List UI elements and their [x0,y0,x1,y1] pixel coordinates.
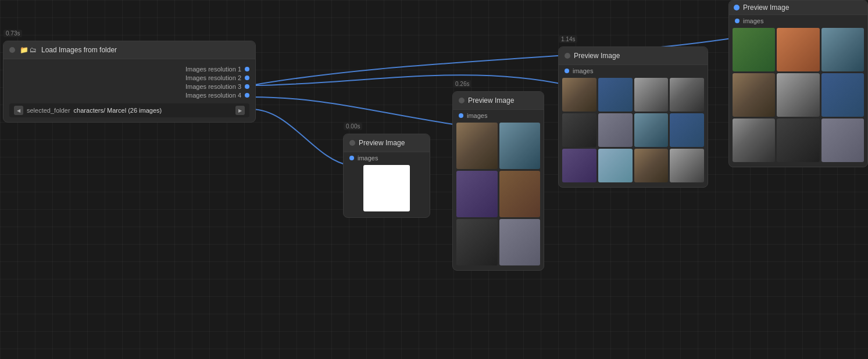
top-img-6 [821,73,864,117]
load-images-header: 📁 🗂 Load Images from folder [3,41,255,59]
port-label-3: Images resolution 3 [185,83,241,90]
folder-path-label: selected_folder [27,107,70,114]
main-img-6 [598,113,633,147]
folder-prev-button[interactable] [14,106,23,115]
preview-main-dot [565,53,570,59]
folder-next-button[interactable] [235,106,245,115]
preview-blank-dot [349,140,355,146]
preview-medium-badge: 0.26s [453,80,471,88]
preview-medium-images-label: images [467,112,487,119]
preview-top-images-row: images [729,15,867,28]
port-label-4: Images resolution 4 [185,92,241,99]
port-dot-1[interactable] [245,67,249,71]
preview-medium-title: Preview Image [468,96,514,105]
preview-medium-images-port[interactable] [459,113,463,118]
load-images-node: 0.73s 📁 🗂 Load Images from folder Images… [3,41,256,123]
port-images-res-3[interactable]: Images resolution 3 [9,83,249,90]
preview-top-grid [729,28,867,167]
load-images-body: Images resolution 1 Images resolution 2 … [3,59,255,122]
preview-blank-badge: 0.00s [344,123,362,130]
folder-icon-2: 🗂 [30,46,37,54]
preview-blank-content [344,165,430,217]
preview-top-images-label: images [743,17,763,24]
top-img-2 [777,28,819,71]
preview-top-dot [734,5,740,10]
top-img-7 [733,119,775,162]
load-images-status-dot [9,47,15,53]
preview-medium-header: Preview Image [453,92,544,110]
preview-medium-images-row: images [453,110,544,123]
preview-top-node: 0.44s Preview Image images [728,0,868,167]
preview-medium-img-6 [499,219,541,265]
preview-medium-img-5 [456,219,498,265]
main-img-12 [670,149,704,182]
preview-blank-title: Preview Image [359,139,405,147]
preview-main-node: 1.14s Preview Image images [558,46,708,188]
main-img-7 [634,113,669,147]
port-label-1: Images resolution 1 [185,66,241,73]
load-images-badge: 0.73s [3,30,22,37]
preview-medium-img-4 [499,171,541,217]
preview-top-header: Preview Image [729,1,867,15]
preview-blank-images-row: images [344,152,430,165]
folder-icon-1: 📁 [20,46,28,54]
preview-main-images-port[interactable] [565,69,569,73]
port-images-res-1[interactable]: Images resolution 1 [9,66,249,73]
preview-top-images-port[interactable] [735,19,740,23]
main-img-8 [670,113,704,147]
preview-medium-dot [459,98,465,103]
preview-blank-node: 0.00s Preview Image images [343,134,430,218]
port-label-2: Images resolution 2 [185,74,241,81]
port-dot-2[interactable] [245,76,249,80]
preview-blank-images-label: images [358,155,378,161]
preview-blank-header: Preview Image [344,134,430,152]
main-img-5 [562,113,596,147]
preview-medium-img-1 [456,123,498,169]
main-img-9 [562,149,596,182]
preview-blank-white-box [363,165,410,211]
main-img-3 [634,78,669,112]
main-img-2 [598,78,633,112]
top-img-3 [821,28,864,71]
preview-blank-images-port[interactable] [349,156,354,160]
main-img-11 [634,149,669,182]
main-img-1 [562,78,596,112]
preview-main-badge: 1.14s [559,35,577,43]
preview-medium-img-2 [499,123,541,169]
load-images-title: Load Images from folder [41,46,117,54]
port-dot-3[interactable] [245,84,249,89]
top-img-9 [821,119,864,162]
preview-main-grid [559,78,708,187]
folder-path-row: selected_folder characters/ Marcel (26 i… [9,103,249,117]
preview-top-title: Preview Image [743,3,789,12]
preview-main-title: Preview Image [574,52,620,60]
top-img-8 [777,119,819,162]
main-img-4 [670,78,704,112]
preview-medium-grid [453,123,544,270]
top-img-5 [777,73,819,117]
port-dot-4[interactable] [245,93,249,98]
main-img-10 [598,149,633,182]
preview-main-header: Preview Image [559,47,708,65]
preview-main-images-row: images [559,65,708,78]
port-images-res-2[interactable]: Images resolution 2 [9,74,249,81]
preview-medium-img-3 [456,171,498,217]
port-images-res-4[interactable]: Images resolution 4 [9,92,249,99]
folder-path-value: characters/ Marcel (26 images) [74,107,232,114]
preview-main-images-label: images [573,67,593,74]
top-img-4 [733,73,775,117]
preview-medium-node: 0.26s Preview Image images [452,91,544,271]
top-img-1 [733,28,775,71]
